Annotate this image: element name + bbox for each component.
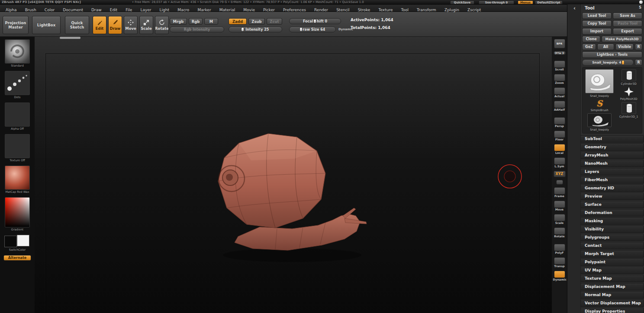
right-shelf-lsym[interactable]: L.Sym xyxy=(553,157,566,168)
right-shelf-zoom[interactable]: Zoom xyxy=(553,74,566,85)
subpalette-header[interactable]: Texture Map xyxy=(580,275,644,282)
mrgb-button[interactable]: Mrgb xyxy=(170,18,187,25)
simplebrush-icon[interactable]: S xyxy=(596,99,602,108)
menus-button[interactable]: Menus xyxy=(518,0,533,4)
clone-button[interactable]: Clone xyxy=(582,36,600,42)
subpalette-header[interactable]: ArrayMesh xyxy=(580,152,644,159)
scroll-indicator[interactable]: S xyxy=(639,6,641,10)
subpalette-header[interactable]: Morph Target xyxy=(580,250,644,258)
quicksave-button[interactable]: QuickSave xyxy=(450,0,474,4)
texture-selector[interactable]: Texture Off xyxy=(3,134,31,162)
load-tool-button[interactable]: Load Tool xyxy=(582,13,612,19)
subpalette-header[interactable]: Polygroups xyxy=(580,234,644,241)
canvas-viewport[interactable] xyxy=(35,37,552,313)
tool-slider-handle[interactable] xyxy=(621,60,625,65)
right-shelf-polyf[interactable]: PolyF xyxy=(553,244,566,255)
rgb-button[interactable]: Rgb xyxy=(189,18,203,25)
window-control-icon[interactable] xyxy=(639,0,643,4)
import-button[interactable]: Import xyxy=(582,28,612,35)
goz-r-button[interactable]: R xyxy=(635,44,642,50)
polymesh-star-icon[interactable] xyxy=(624,87,634,96)
switch-color[interactable]: SwitchColor xyxy=(3,235,31,252)
subpalette-header[interactable]: Geometry HD xyxy=(580,185,644,192)
z-intensity-handle[interactable] xyxy=(241,27,244,32)
texture-off-thumbnail[interactable] xyxy=(5,134,30,158)
subpalette-header[interactable]: Vector Displacement Map xyxy=(580,300,644,307)
z-intensity-slider[interactable]: Z Intensity 25 xyxy=(229,26,282,32)
brush-cursor[interactable] xyxy=(498,165,522,188)
right-shelf-persp[interactable]: Persp xyxy=(553,117,566,128)
alpha-selector[interactable]: Alpha Off xyxy=(3,102,31,131)
stroke-selector[interactable]: Dots xyxy=(3,71,31,99)
projection-master-button[interactable]: Projection Master xyxy=(3,16,29,34)
save-as-button[interactable]: Save As xyxy=(613,13,642,19)
lightbox-tools-button[interactable]: Lightbox › Tools xyxy=(582,51,642,58)
color-picker[interactable]: Gradient xyxy=(3,197,31,231)
subpalette-header[interactable]: NanoMesh xyxy=(580,160,644,167)
right-shelf-frame[interactable]: Frame xyxy=(553,187,566,198)
draw-size-handle[interactable] xyxy=(299,27,303,32)
move-button[interactable]: Move xyxy=(124,16,138,34)
zadd-button[interactable]: Zadd xyxy=(229,18,247,25)
rotate-button[interactable]: Rotate xyxy=(155,16,169,34)
right-shelf-local[interactable]: Local xyxy=(553,144,566,155)
right-shelf-bpr[interactable]: BPR xyxy=(553,39,566,48)
material-selector[interactable]: MatCap Red Wax xyxy=(3,166,31,194)
right-shelf-xyz[interactable]: XYZ xyxy=(553,171,566,177)
alternate-button[interactable]: Alternate xyxy=(3,255,31,261)
tool-quicksave-slider[interactable]: Snail_lowpoly. 41 xyxy=(582,59,634,66)
color-swatches[interactable] xyxy=(4,235,30,248)
subpalette-header[interactable]: Contact xyxy=(580,242,644,249)
xyz-button[interactable]: XYZ xyxy=(554,171,566,177)
right-shelf-aahalf[interactable]: AAHalf xyxy=(553,101,566,112)
copy-tool-button[interactable]: Copy Tool xyxy=(582,20,612,27)
m-button[interactable]: M xyxy=(204,18,218,25)
subpalette-header[interactable]: Visibility xyxy=(580,226,644,233)
standard-brush-thumbnail[interactable] xyxy=(5,39,30,64)
default-zscript-button[interactable]: DefaultZScript xyxy=(535,0,563,4)
focal-shift-slider[interactable]: Focal Shift 0 xyxy=(289,18,341,24)
focal-shift-handle[interactable] xyxy=(313,19,316,23)
draw-button[interactable]: Draw xyxy=(108,16,122,34)
subpalette-header[interactable]: Surface xyxy=(580,201,644,208)
cylinder3d-thumbnail[interactable] xyxy=(621,69,636,81)
visible-button[interactable]: Visible xyxy=(615,44,634,50)
tool-r-button[interactable]: R xyxy=(635,59,642,66)
goz-button[interactable]: GoZ xyxy=(582,44,596,50)
right-shelf-rotate[interactable]: Rotate xyxy=(553,227,566,238)
spix-handle[interactable] xyxy=(556,52,558,54)
zcut-button[interactable]: Zcut xyxy=(267,18,282,25)
gradient-color-picker[interactable] xyxy=(5,197,30,227)
rgb-intensity-slider[interactable]: Rgb Intensity xyxy=(170,26,224,32)
right-shelf-pivot[interactable] xyxy=(553,180,566,185)
collapse-panel-arrow[interactable]: ‹ xyxy=(573,5,576,11)
right-shelf-move[interactable]: Move xyxy=(553,201,566,211)
secondary-color-swatch[interactable] xyxy=(17,235,29,246)
right-shelf-dynamic[interactable]: Dynamic xyxy=(553,271,566,281)
subpalette-header[interactable]: Preview xyxy=(580,193,644,200)
dots-stroke-thumbnail[interactable] xyxy=(5,71,30,95)
subpalette-header[interactable]: SubTool xyxy=(580,135,644,143)
paste-tool-button[interactable]: Paste Tool xyxy=(613,20,642,27)
subpalette-header[interactable]: FiberMesh xyxy=(580,176,644,184)
alpha-off-thumbnail[interactable] xyxy=(5,102,30,127)
right-shelf-floor[interactable]: Floor xyxy=(553,131,566,141)
right-shelf-scroll[interactable]: Scroll xyxy=(553,61,566,71)
current-tool-thumbnail[interactable] xyxy=(587,113,612,127)
subpalette-header[interactable]: Deformation xyxy=(580,209,644,217)
draw-size-slider[interactable]: Draw Size 64 xyxy=(289,26,336,32)
subpalette-header[interactable]: Masking xyxy=(580,217,644,225)
edit-button[interactable]: Edit xyxy=(93,16,106,34)
snail-model[interactable] xyxy=(35,37,552,313)
right-shelf-scale[interactable]: Scale xyxy=(553,214,566,225)
right-shelf-transp[interactable]: Transp xyxy=(553,257,566,268)
tool-palette-header[interactable]: Tool S xyxy=(567,4,644,12)
brush-selector[interactable]: Standard xyxy=(3,39,31,67)
quick-sketch-button[interactable]: Quick Sketch xyxy=(65,16,89,34)
scale-button[interactable]: Scale xyxy=(139,16,153,34)
all-button[interactable]: All xyxy=(597,44,614,50)
subpalette-header[interactable]: Normal Map xyxy=(580,291,644,299)
zsub-button[interactable]: Zsub xyxy=(248,18,265,25)
right-shelf-actual[interactable]: Actual xyxy=(553,87,566,98)
see-through-slider[interactable]: See-through 0 xyxy=(479,0,514,4)
